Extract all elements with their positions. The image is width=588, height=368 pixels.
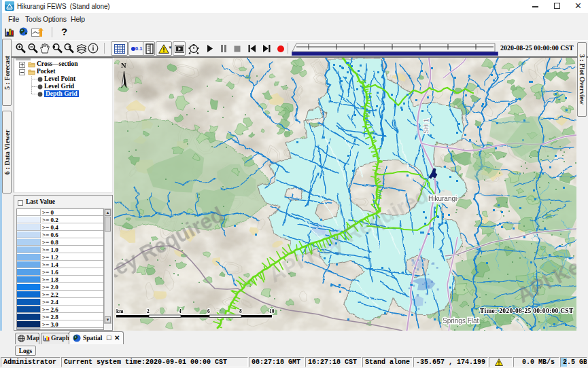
- svg-text:2: 2: [147, 308, 150, 314]
- svg-text:SH 1: SH 1: [422, 118, 430, 134]
- svg-text:6: 6: [207, 308, 210, 314]
- svg-text:Springs Flat: Springs Flat: [443, 317, 479, 325]
- svg-text:Hikurangi: Hikurangi: [428, 195, 457, 202]
- svg-text:8: 8: [239, 308, 242, 314]
- svg-text:Time: 2020-08-25 00:00:00 CST: Time: 2020-08-25 00:00:00 CST: [480, 308, 574, 314]
- svg-text:10: 10: [269, 308, 275, 314]
- svg-text:N: N: [121, 62, 126, 69]
- svg-text:km: km: [116, 308, 124, 314]
- svg-text:4: 4: [179, 308, 181, 314]
